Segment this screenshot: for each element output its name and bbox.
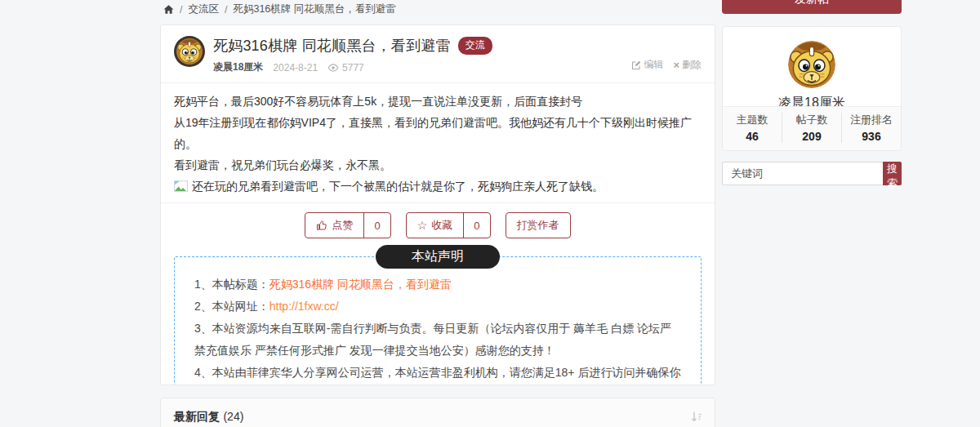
like-count: 0 <box>363 213 390 238</box>
replies-count: (24) <box>223 410 243 423</box>
post-paragraph: 看到避雷，祝兄弟们玩台必爆奖，永不黑。 <box>174 154 702 176</box>
notice-line: 2、本站网址：http://1fxw.cc/ <box>194 296 681 318</box>
author-avatar[interactable] <box>174 36 205 67</box>
search-input[interactable] <box>722 162 883 185</box>
search-bar: 搜索 <box>722 162 902 185</box>
author-name[interactable]: 凌晨18厘米 <box>213 60 263 74</box>
breadcrumb-current: 死妈316棋牌 同花顺黑台，看到避雷 <box>233 2 395 16</box>
post-date: 2024-8-21 <box>273 62 318 73</box>
new-post-button[interactable]: 发新帖 <box>722 0 902 14</box>
delete-button[interactable]: × 删除 <box>673 58 702 72</box>
breadcrumb-separator: / <box>180 4 182 16</box>
view-count-value: 5777 <box>342 62 364 73</box>
notice-title: 本站声明 <box>376 245 500 269</box>
edit-icon <box>631 60 641 70</box>
site-url-link[interactable]: http://1fxw.cc/ <box>270 300 339 313</box>
star-icon: ☆ <box>417 220 428 231</box>
post-admin-actions: 编辑 × 删除 <box>631 58 702 72</box>
breadcrumb-section-link[interactable]: 交流区 <box>188 2 219 16</box>
post-header: 死妈316棋牌 同花顺黑台，看到避雷 交流 凌晨18厘米 2024-8-21 5… <box>161 25 715 83</box>
favorite-count: 0 <box>463 213 489 238</box>
user-avatar[interactable] <box>788 41 835 88</box>
post-paragraph: 还在玩的兄弟看到避雷吧，下一个被黑的估计就是你了，死妈狗庄亲人死了缺钱。 <box>174 176 702 198</box>
delete-icon: × <box>673 59 679 71</box>
replies-title: 最新回复 <box>174 410 220 423</box>
home-icon[interactable] <box>163 4 174 15</box>
reward-button[interactable]: 打赏作者 <box>506 212 571 238</box>
sort-icon[interactable] <box>691 411 702 423</box>
site-notice: 本站声明 1、本帖标题：死妈316棋牌 同花顺黑台，看到避雷 2、本站网址：ht… <box>174 256 702 385</box>
notice-post-title-link[interactable]: 死妈316棋牌 同花顺黑台，看到避雷 <box>270 278 452 291</box>
user-stats: 主题数 46 帖子数 209 注册排名 936 <box>723 106 901 150</box>
notice-line: 1、本帖标题：死妈316棋牌 同花顺黑台，看到避雷 <box>194 274 681 296</box>
replies-header: 最新回复 (24) <box>161 398 715 427</box>
post-title: 死妈316棋牌 同花顺黑台，看到避雷 <box>213 36 451 56</box>
search-button[interactable]: 搜索 <box>883 162 902 185</box>
post-actions: 点赞 0 ☆ 收藏 0 打赏作者 <box>161 202 715 247</box>
user-card: 凌晨18厘米 主题数 46 帖子数 209 注册排名 936 <box>722 26 902 151</box>
like-button[interactable]: 点赞 0 <box>305 212 390 238</box>
breadcrumb: / 交流区 / 死妈316棋牌 同花顺黑台，看到避雷 <box>163 2 396 16</box>
post-content: 死妈平台，最后300好不容易玩体育上5k，提现一直说注单没更新，后面直接封号 从… <box>161 83 715 202</box>
stat-register-rank: 注册排名 936 <box>841 113 901 143</box>
post-header-text: 死妈316棋牌 同花顺黑台，看到避雷 交流 凌晨18厘米 2024-8-21 5… <box>213 36 492 74</box>
category-badge[interactable]: 交流 <box>458 37 492 55</box>
edit-button[interactable]: 编辑 <box>631 58 663 72</box>
stat-topics: 主题数 46 <box>723 113 782 143</box>
favorite-button[interactable]: ☆ 收藏 0 <box>406 212 491 238</box>
notice-line: 4、本站由菲律宾华人分享网公司运营，本站运营非盈利机构，请您满足18+ 后进行访… <box>194 362 681 385</box>
view-count: 5777 <box>327 62 364 73</box>
stat-posts: 帖子数 209 <box>782 113 841 143</box>
thumbs-up-icon <box>316 220 327 231</box>
broken-image-icon <box>174 177 188 198</box>
eye-icon <box>327 64 339 72</box>
page: / 交流区 / 死妈316棋牌 同花顺黑台，看到避雷 死妈316棋牌 同花顺黑台… <box>0 0 980 427</box>
post-card: 死妈316棋牌 同花顺黑台，看到避雷 交流 凌晨18厘米 2024-8-21 5… <box>160 24 715 385</box>
post-paragraph: 从19年注册到现在都你妈VIP4了，直接黑，看到的兄弟们避雷吧。我他妈还有几十个… <box>174 112 702 154</box>
replies-card: 最新回复 (24) <box>160 398 715 427</box>
breadcrumb-separator: / <box>225 4 227 16</box>
post-paragraph: 死妈平台，最后300好不容易玩体育上5k，提现一直说注单没更新，后面直接封号 <box>174 91 702 112</box>
notice-line: 3、本站资源均来自互联网-需自行判断与负责。每日更新（论坛内容仅用于 薅羊毛 白… <box>194 318 681 362</box>
